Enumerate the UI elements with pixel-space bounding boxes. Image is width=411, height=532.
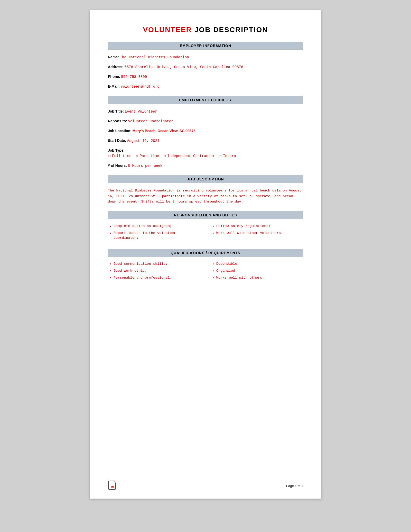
responsibilities-header: RESPONSIBILITIES AND DUTIES [108,211,303,219]
responsibilities-col: Complete duties as assigned;Report issue… [108,224,200,243]
svg-text:è: è [112,487,113,488]
name-label: Name [108,55,118,59]
list-item: Work well with other volunteers. [216,231,303,236]
name-value: The National Diabetes Foundation [120,55,189,59]
checkbox-item: ☐Intern [219,153,236,159]
qualifications-list: Good communication skills;Good work ethi… [108,262,303,282]
list-item: Works well with others. [216,276,303,280]
qualifications-col: Dependable;Organized;Works well with oth… [211,262,303,282]
hours-label: # of Hours [108,163,126,168]
footer: è Page 1 of 1 [108,481,303,491]
start-date-label: Start Date [108,139,125,143]
hours-value: 8 Hours per week [128,164,162,168]
email-field: E-Mail: volunteers@ndf.org [108,84,303,89]
page-number: Page 1 of 1 [286,484,303,488]
job-location-label: Job Location [108,129,130,133]
checkbox: ☐ [219,155,222,158]
eligibility-header: EMPLOYMENT ELIGIBILITY [108,96,303,104]
checkbox-label: Part-time [140,153,159,159]
job-description-header: JOB DESCRIPTION [108,175,303,183]
reports-to-value: Volunteer Coordinator [128,119,173,123]
name-field: Name: The National Diabetes Foundation [108,54,303,60]
start-date-value: August 16, 2021 [127,139,160,143]
list-item: Report issues to the volunteer coordinat… [114,231,200,241]
job-title-value: Event Volunteer [125,109,157,114]
checkbox-label: Intern [223,153,236,159]
reports-to-label: Reports to [108,119,126,123]
job-description-text: The National Diabetes Foundation is recr… [108,188,303,205]
job-title-field: Job Title: Event Volunteer [108,109,303,114]
checkbox-item: ☐Full-time [108,153,132,159]
list-item: Good work ethic; [114,269,200,273]
hours-field: # of Hours: 8 Hours per week [108,163,303,169]
phone-label: Phone [108,75,119,79]
email-value: volunteers@ndf.org [121,85,160,89]
checkbox: ☐ [163,155,166,158]
document-page: VOLUNTEER JOB DESCRIPTION EMPLOYER INFOR… [90,10,321,499]
checkbox-item: ☒Part-time [136,153,159,159]
job-type-field: Job Type: ☐Full-time☒Part-time☐Independe… [108,148,303,159]
checkbox: ☐ [108,155,111,158]
list-item: Follow safety regulations; [216,224,303,229]
checkbox-label: Full-time [112,153,132,159]
title-rest: JOB DESCRIPTION [192,26,268,34]
start-date-field: Start Date: August 16, 2021 [108,138,303,144]
employer-header: EMPLOYER INFORMATION [108,42,303,50]
eligibility-section: EMPLOYMENT ELIGIBILITY Job Title: Event … [108,96,303,169]
document-icon: è [108,481,117,491]
job-title-label: Job Title [108,109,123,113]
email-label: E-Mail [108,84,118,88]
list-item: Dependable; [216,262,303,267]
responsibilities-col: Follow safety regulations;Work well with… [211,224,303,243]
job-location-field: Job Location: Mary's Beach, Ocean View, … [108,128,303,134]
reports-to-field: Reports to: Volunteer Coordinator [108,118,303,124]
job-type-label: Job Type [108,148,123,152]
address-label: Address [108,65,122,69]
address-field: Address: 6578 Shoreline Drive., Ocean Vi… [108,64,303,70]
checkbox-label: Independent Contractor [167,153,215,159]
phone-value: 555-758-3899 [121,75,147,79]
responsibilities-list: Complete duties as assigned;Report issue… [108,224,303,243]
list-item: Personable and professional; [114,276,200,280]
employer-section: EMPLOYER INFORMATION Name: The National … [108,42,303,89]
list-item: Good communication skills; [114,262,200,267]
phone-field: Phone: 555-758-3899 [108,74,303,80]
list-item: Complete duties as assigned; [114,224,200,229]
qualifications-col: Good communication skills;Good work ethi… [108,262,200,282]
address-value: 6578 Shoreline Drive., Ocean View, South… [125,65,243,69]
responsibilities-section: RESPONSIBILITIES AND DUTIES Complete dut… [108,211,303,243]
list-item: Organized; [216,269,303,273]
checkbox: ☒ [136,155,139,158]
job-type-checkboxes: ☐Full-time☒Part-time☐Independent Contrac… [108,153,303,159]
checkbox-item: ☐Independent Contractor [163,153,215,159]
qualifications-section: QUALIFICATIONS / REQUIREMENTS Good commu… [108,249,303,282]
main-title: VOLUNTEER JOB DESCRIPTION [108,26,303,34]
qualifications-header: QUALIFICATIONS / REQUIREMENTS [108,249,303,257]
job-location-value: Mary's Beach, Ocean View, SC 09876 [133,129,195,133]
job-description-section: JOB DESCRIPTION The National Diabetes Fo… [108,175,303,205]
title-volunteer: VOLUNTEER [143,26,192,34]
